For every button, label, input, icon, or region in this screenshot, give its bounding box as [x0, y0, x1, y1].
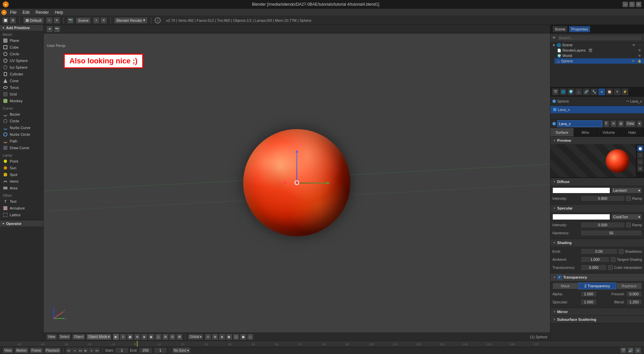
extra-icon-6[interactable]: ◼: [240, 334, 247, 340]
close-button[interactable]: ✕: [636, 2, 641, 7]
preview-cube-btn[interactable]: □: [637, 159, 643, 165]
tool-bezier[interactable]: Bezier: [0, 111, 43, 118]
specular-shader-dropdown[interactable]: CookTorr ▾: [611, 214, 642, 220]
extra-icon-1[interactable]: ⊙: [205, 334, 211, 340]
maximize-button[interactable]: □: [629, 2, 635, 7]
end-input[interactable]: 250: [139, 347, 152, 353]
mode-icon-2[interactable]: ⊙: [120, 334, 126, 340]
shading-header[interactable]: Shading: [550, 239, 644, 246]
operator-header[interactable]: Operator: [0, 221, 43, 227]
preview-header[interactable]: Preview: [550, 137, 644, 144]
specular-intensity-field[interactable]: 0.500: [581, 222, 625, 228]
tool-cube[interactable]: Cube: [0, 44, 43, 51]
cubic-check[interactable]: [608, 265, 613, 270]
frame-btn[interactable]: Frame: [30, 347, 43, 353]
play-btn[interactable]: ▶: [83, 348, 89, 353]
diffuse-shader-dropdown[interactable]: Lambert ▾: [611, 187, 642, 193]
transparency-enable-check[interactable]: ✓: [557, 275, 562, 280]
jump-end-btn[interactable]: ⏭: [95, 348, 100, 353]
tool-cone[interactable]: Cone: [0, 77, 43, 84]
viewport-object-btn[interactable]: Object: [72, 334, 85, 340]
mask-btn[interactable]: Mask: [552, 283, 578, 289]
mat-f-btn[interactable]: F: [604, 120, 609, 127]
fresnel-field[interactable]: 0.000: [626, 291, 642, 297]
mat-nodes-btn[interactable]: ⊞: [618, 120, 624, 127]
mode-icon-7[interactable]: ◫: [155, 334, 162, 340]
remove-layout-icon[interactable]: ✕: [53, 17, 60, 24]
tool-curve-circle[interactable]: Circle: [0, 118, 43, 124]
rh-prop-btn[interactable]: Properties: [569, 26, 590, 33]
jump-start-btn[interactable]: ⏮: [66, 348, 71, 353]
specular-hardness-field[interactable]: 50: [581, 230, 642, 236]
minimize-button[interactable]: —: [623, 2, 628, 7]
global-btn[interactable]: Global ▾: [188, 334, 203, 340]
viewport-perspective-icon[interactable]: 👁: [46, 26, 53, 33]
bottom-icon-3[interactable]: ⊙: [635, 347, 641, 354]
alpha-field[interactable]: 1.000: [581, 291, 597, 297]
mode-icon-5[interactable]: ◈: [141, 334, 148, 340]
extra-icon-4[interactable]: ◉: [226, 334, 232, 340]
tool-circle[interactable]: Circle: [0, 51, 43, 57]
outliner-world[interactable]: 🌍 World 👁: [554, 53, 644, 58]
props-material-icon[interactable]: ●: [598, 88, 605, 96]
timeline-playhead[interactable]: [137, 341, 138, 347]
mode-icon-6[interactable]: ◉: [148, 334, 155, 340]
tab-surface[interactable]: Surface: [550, 128, 574, 136]
diffuse-color-input[interactable]: [552, 187, 610, 193]
tool-spot[interactable]: Spot: [0, 171, 43, 178]
render-engine-btn[interactable]: Blender Render ▾: [114, 17, 148, 24]
mat-extra-btn[interactable]: ▾: [637, 120, 642, 127]
sss-header[interactable]: Subsurface Scattering: [550, 316, 644, 323]
toolbar-icon-2[interactable]: ⚙: [9, 17, 16, 24]
prev-frame-btn[interactable]: ◂: [72, 348, 77, 353]
next-frame-btn[interactable]: ▸: [89, 348, 94, 353]
tool-nurbs-circle[interactable]: Nurbs Circle: [0, 131, 43, 138]
props-texture-icon[interactable]: 🏠: [606, 88, 613, 96]
props-particle-icon[interactable]: ✦: [613, 88, 621, 96]
ambient-field[interactable]: 1.000: [581, 256, 609, 262]
mode-icon-8[interactable]: ⊞: [162, 334, 169, 340]
props-modifier-icon[interactable]: 🔧: [590, 88, 598, 96]
tool-plane[interactable]: Plane: [0, 37, 43, 44]
menu-render[interactable]: Render: [33, 9, 51, 15]
timeline[interactable]: -50 -40 -30 -20 -10 0 10 20 30 40 50 60 …: [0, 341, 644, 347]
toolbar-icon-1[interactable]: 🔲: [2, 17, 9, 24]
3d-viewport[interactable]: 👁 📷 User Persp: [44, 25, 550, 341]
preview-check-btn[interactable]: ⊞: [637, 166, 643, 172]
menu-file[interactable]: File: [7, 9, 19, 15]
viewport-select-btn[interactable]: Select: [58, 334, 71, 340]
scene-btn[interactable]: Scene: [76, 17, 91, 24]
extra-icon-3[interactable]: ◈: [219, 334, 225, 340]
material-list-item-lava[interactable]: Lava_v: [550, 106, 644, 113]
preview-sphere-btn[interactable]: ⬤: [637, 145, 643, 152]
scene-icon-btn[interactable]: 📷: [67, 17, 74, 24]
translucency-field[interactable]: 0.000: [581, 264, 607, 271]
tool-text[interactable]: T Text: [0, 198, 43, 205]
mode-icon-1[interactable]: ▶: [113, 334, 119, 340]
tab-wire[interactable]: Wire: [574, 128, 597, 136]
props-physics-icon[interactable]: ⚡: [621, 88, 629, 96]
viewport-view-btn[interactable]: View: [46, 334, 57, 340]
menu-help[interactable]: Help: [52, 9, 66, 15]
tab-halo[interactable]: Halo: [621, 128, 644, 136]
diffuse-ramp-check[interactable]: [626, 196, 631, 201]
emit-field[interactable]: 0.00: [581, 248, 618, 254]
outliner-search[interactable]: [557, 35, 642, 41]
mode-icon-9[interactable]: ⊟: [169, 334, 176, 340]
shadeless-check[interactable]: [619, 249, 624, 254]
tangent-check[interactable]: [611, 257, 615, 262]
mat-data-btn[interactable]: Data: [625, 120, 636, 127]
props-render-icon[interactable]: 🎬: [552, 88, 559, 96]
outliner-renderlayers[interactable]: 📄 RenderLayers 🎬 👁: [554, 48, 644, 53]
tool-sun[interactable]: Sun: [0, 165, 43, 171]
spec-trans-field[interactable]: 1.000: [581, 299, 597, 305]
bottom-icon-2[interactable]: 🔊: [627, 347, 634, 354]
tool-draw-curve[interactable]: Draw Curve: [0, 144, 43, 151]
specular-color-input[interactable]: [552, 214, 610, 220]
tool-grid[interactable]: Grid: [0, 91, 43, 98]
mode-icon-10[interactable]: ⊠: [176, 334, 183, 340]
blend-field[interactable]: 1.250: [626, 299, 642, 305]
props-object-icon[interactable]: △: [575, 88, 582, 96]
window-controls[interactable]: — □ ✕: [623, 2, 641, 7]
outliner-sphere[interactable]: △ Sphere 👁 🔒: [554, 58, 644, 64]
